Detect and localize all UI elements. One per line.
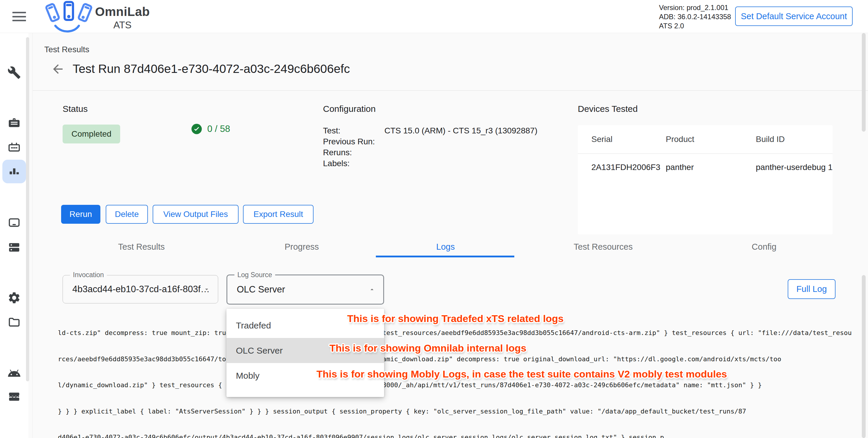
schedule-icon — [7, 140, 21, 154]
sidebar-item-schedule[interactable] — [2, 135, 26, 159]
log-scrollbar[interactable] — [862, 275, 866, 438]
sidebar-item-tools[interactable] — [2, 61, 26, 85]
app-bar: OmniLab ATS Version: prod_2.1.001 ADB: 3… — [0, 0, 868, 33]
sidebar-item-test-results[interactable] — [2, 160, 26, 183]
log-source-value: OLC Server — [237, 275, 285, 304]
config-row-previous-run: Previous Run: — [323, 136, 537, 147]
wrench-icon — [7, 66, 21, 80]
adb-version-line: ADB: 36.0.2-14143358 — [659, 12, 731, 21]
full-log-button[interactable]: Full Log — [788, 279, 836, 299]
config-row-test: Test: CTS 15.0 (ARM) - CTS 15_r3 (130928… — [323, 125, 537, 136]
breadcrumb: Test Results — [44, 45, 89, 54]
devices-icon — [7, 216, 21, 229]
config-value: CTS 15.0 (ARM) - CTS 15_r3 (13092887) — [384, 125, 537, 136]
sidebar-item-test-plans[interactable] — [2, 111, 26, 134]
settings-gear-icon — [7, 291, 21, 305]
test-progress: 0 / 58 — [191, 123, 230, 135]
sidebar-item-activity-log[interactable] — [2, 385, 26, 408]
invocation-select[interactable]: Invocation 4b3acd44-eb10-37cd-a16f-803f… — [63, 275, 218, 304]
tab-logs[interactable]: Logs — [436, 242, 455, 252]
tab-test-results[interactable]: Test Results — [118, 242, 165, 252]
delete-button[interactable]: Delete — [106, 205, 148, 224]
log-line: l/dynamic_download.zip" } test_resources… — [58, 381, 855, 389]
log-line: ld-cts.zip" decompress: true mount_zip: … — [58, 328, 855, 337]
page-scrollbar[interactable] — [862, 33, 866, 132]
set-default-service-account-button[interactable]: Set Default Service Account — [735, 6, 852, 26]
divider — [33, 90, 868, 91]
test-results-icon — [7, 165, 21, 178]
back-arrow-icon[interactable] — [51, 62, 65, 76]
sidebar-item-android[interactable] — [2, 362, 26, 385]
config-row-reruns: Reruns: — [323, 147, 537, 158]
tab-config[interactable]: Config — [752, 242, 776, 252]
configuration-heading: Configuration — [323, 104, 376, 114]
device-product: panther — [666, 163, 756, 172]
config-row-labels: Labels: — [323, 158, 537, 169]
version-info: Version: prod_2.1.001 ADB: 36.0.2-141433… — [659, 3, 731, 30]
annotation-tradefed: This is for showing Tradefed xTS related… — [347, 313, 564, 324]
tab-progress[interactable]: Progress — [285, 242, 319, 252]
brand: OmniLab ATS — [95, 5, 150, 31]
annotation-mobly: This is for showing Mobly Logs, in case … — [316, 368, 727, 380]
config-label: Previous Run: — [323, 136, 384, 147]
check-circle-icon — [191, 123, 203, 135]
sidebar-item-devices[interactable] — [2, 211, 26, 234]
column-header-product: Product — [666, 134, 756, 144]
hosts-icon — [7, 241, 21, 254]
config-label: Reruns: — [323, 147, 384, 158]
omnilab-logo-icon — [41, 1, 97, 33]
rerun-button[interactable]: Rerun — [61, 205, 100, 224]
devices-table-header: Serial Product Build ID — [578, 125, 833, 154]
devices-tested-heading: Devices Tested — [578, 104, 638, 114]
status-heading: Status — [63, 104, 88, 114]
tab-test-resources[interactable]: Test Resources — [574, 242, 633, 252]
omnilab-ats-screen: ld-cts.zip" decompress: true mount_zip: … — [0, 0, 868, 438]
pass-count: 0 / 58 — [207, 124, 230, 134]
sidebar-item-settings[interactable] — [2, 286, 26, 310]
chevron-up-icon — [368, 286, 376, 293]
view-output-files-button[interactable]: View Output Files — [153, 205, 239, 224]
ats-version-line: ATS 2.0 — [659, 21, 731, 30]
test-plan-icon — [7, 116, 21, 130]
log-line: } } } explicit_label { label: "AtsServer… — [58, 407, 855, 416]
content-divider — [32, 33, 33, 438]
log-source-select[interactable]: Log Source OLC Server — [226, 275, 384, 305]
version-line: Version: prod_2.1.001 — [659, 3, 731, 12]
active-tab-indicator — [376, 256, 514, 257]
page-title: Test Run 87d406e1-e730-4072-a03c-249c6b6… — [73, 62, 350, 76]
android-icon — [7, 367, 21, 380]
column-header-serial: Serial — [578, 134, 666, 144]
table-row[interactable]: 2A131FDH2006F3 panther panther-userdebug… — [578, 154, 833, 181]
chevron-down-icon — [203, 286, 210, 293]
menu-icon[interactable] — [12, 12, 26, 21]
app-title: OmniLab — [95, 5, 150, 19]
configuration-rows: Test: CTS 15.0 (ARM) - CTS 15_r3 (130928… — [323, 125, 537, 169]
side-nav — [0, 33, 28, 438]
device-serial: 2A131FDH2006F3 — [578, 163, 666, 172]
device-build-id: panther-userdebug 15 r — [756, 163, 833, 172]
annotation-olc-server: This is for showing Omnilab internal log… — [330, 342, 526, 354]
config-label: Labels: — [323, 158, 384, 169]
sidebar-scrollbar[interactable] — [26, 37, 29, 381]
column-header-build-id: Build ID — [756, 134, 833, 144]
log-line: d406e1-e730-4072-a03c-249c6b606efc/outpu… — [58, 433, 855, 438]
log-line: rces/aeebdf9e6dd85935e3ac98dd3b055c16647… — [58, 355, 855, 364]
status-badge: Completed — [63, 125, 120, 144]
sidebar-item-hosts[interactable] — [2, 236, 26, 259]
app-subtitle: ATS — [95, 20, 150, 31]
activity-log-icon — [7, 390, 21, 404]
invocation-value: 4b3acd44-eb10-37cd-a16f-803f… — [72, 275, 210, 303]
sidebar-item-file-browser[interactable] — [2, 311, 26, 334]
export-result-button[interactable]: Export Result — [243, 205, 314, 224]
folder-icon — [7, 315, 21, 329]
config-label: Test: — [323, 125, 384, 136]
devices-table: Serial Product Build ID 2A131FDH2006F3 p… — [578, 125, 833, 234]
